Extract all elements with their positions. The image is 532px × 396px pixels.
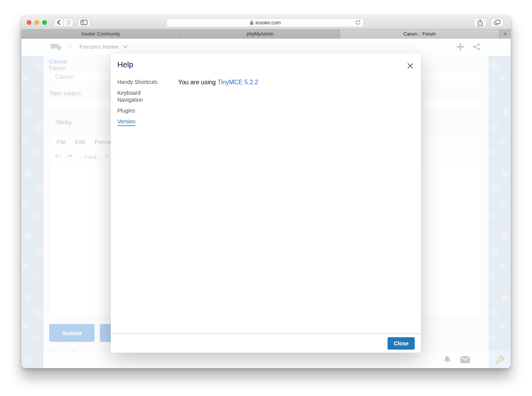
tinymce-version-link[interactable]: TinyMCE 5.2.2 — [217, 79, 258, 85]
sidebar-icon — [81, 20, 88, 25]
share-icon — [477, 19, 483, 26]
tab-insoler-community[interactable]: Insoler Community — [21, 29, 181, 39]
tab-handy-shortcuts[interactable]: Handy Shortcuts — [117, 79, 158, 85]
dialog-body: Handy Shortcuts Keyboard Navigation Plug… — [111, 75, 421, 333]
tab-label: phpMyAdmin — [247, 31, 274, 37]
dialog-footer: Close — [111, 333, 421, 353]
forward-button[interactable] — [63, 18, 74, 27]
reload-icon[interactable] — [355, 20, 361, 26]
browser-window: insoler.com — [21, 15, 511, 368]
new-tab-button[interactable]: + — [499, 29, 511, 39]
sidebar-toggle-button[interactable] — [77, 18, 91, 27]
close-icon[interactable] — [405, 61, 415, 70]
dialog-content: You are using TinyMCE 5.2.2 — [178, 79, 415, 327]
help-dialog: Help Handy Shortcuts Keyboard Navigation… — [111, 53, 421, 353]
chevron-left-icon — [57, 20, 61, 25]
version-text: You are using — [178, 79, 217, 85]
dialog-header: Help — [111, 53, 421, 75]
chevron-right-icon — [67, 20, 70, 25]
minimize-window-button[interactable] — [34, 20, 39, 25]
zoom-window-button[interactable] — [42, 20, 47, 25]
tab-overview-button[interactable] — [491, 18, 504, 27]
tab-phpmyadmin[interactable]: phpMyAdmin — [181, 29, 340, 39]
web-page: Forums Home Canon Forum: Canon Topic sub… — [21, 39, 511, 368]
close-window-button[interactable] — [27, 20, 31, 25]
share-page-button[interactable] — [474, 18, 487, 27]
tab-canon-forum[interactable]: Canon :: Forum — [340, 29, 499, 39]
tabs-icon — [494, 20, 500, 25]
tab-label: Canon :: Forum — [403, 31, 436, 37]
lock-icon — [250, 20, 254, 25]
tab-version[interactable]: Version — [117, 118, 136, 126]
close-button[interactable]: Close — [388, 337, 415, 350]
back-button[interactable] — [54, 18, 64, 27]
tab-label: Insoler Community — [81, 31, 120, 37]
tab-bar: Insoler Community phpMyAdmin Canon :: Fo… — [21, 29, 511, 39]
tab-keyboard-navigation[interactable]: Keyboard Navigation — [117, 89, 160, 103]
browser-toolbar: insoler.com — [21, 15, 511, 29]
dialog-title: Help — [117, 60, 133, 69]
address-text: insoler.com — [256, 20, 281, 26]
tab-plugins[interactable]: Plugins — [117, 107, 135, 114]
desktop: insoler.com — [0, 0, 532, 396]
address-bar[interactable]: insoler.com — [166, 18, 364, 27]
dialog-tab-list: Handy Shortcuts Keyboard Navigation Plug… — [117, 79, 160, 327]
